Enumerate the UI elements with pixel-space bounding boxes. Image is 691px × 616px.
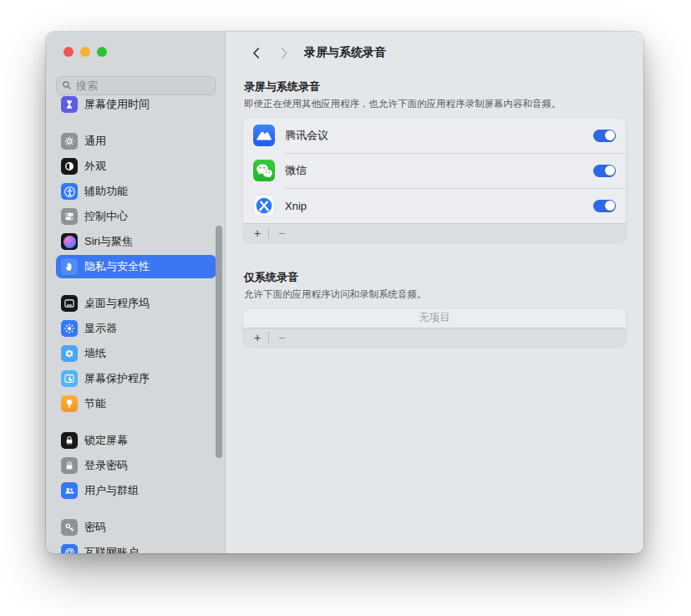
zoom-button[interactable] (97, 47, 107, 57)
close-button[interactable] (64, 47, 74, 57)
search-field[interactable] (56, 76, 216, 95)
sidebar-item-label: 控制中心 (84, 209, 128, 224)
toolbar: 录屏与系统录音 (242, 42, 627, 64)
login-password-lock-icon (61, 457, 78, 474)
sidebar-item-label: Siri与聚焦 (84, 234, 133, 249)
sidebar-item-wallpaper[interactable]: 墙纸 (56, 342, 216, 365)
app-row-tencent-meeting: 腾讯会议 (243, 118, 626, 153)
sidebar-item-screen-saver[interactable]: 屏幕保护程序 (56, 367, 216, 390)
sidebar-item-appearance[interactable]: 外观 (56, 155, 216, 178)
sidebar-item-label: 桌面与程序坞 (84, 296, 150, 311)
search-icon (62, 79, 72, 94)
energy-bulb-icon (61, 395, 78, 412)
sidebar-item-users-groups[interactable]: 用户与群组 (56, 479, 216, 502)
remove-app-button[interactable]: − (275, 332, 288, 344)
at-sign-icon: @ (61, 544, 78, 553)
forward-button[interactable] (275, 43, 293, 62)
sidebar-item-label: 屏幕使用时间 (84, 97, 150, 112)
sidebar-item-label: 密码 (84, 520, 106, 535)
toggle-tencent-meeting[interactable] (593, 130, 616, 142)
siri-icon (61, 233, 78, 250)
sidebar-item-label: 外观 (84, 159, 106, 174)
footer-divider (268, 227, 269, 238)
search-input[interactable] (76, 79, 210, 92)
sidebar-nav: 屏幕使用时间 通用 外观 (46, 95, 225, 553)
screensaver-icon (61, 370, 78, 387)
hourglass-icon (61, 96, 78, 113)
control-center-icon (61, 208, 78, 225)
sidebar-item-siri-spotlight[interactable]: Siri与聚焦 (56, 230, 216, 253)
app-row-xnip: Xnip (243, 188, 626, 223)
system-audio-app-list: 无项目 + − (242, 308, 627, 347)
sidebar-item-privacy-security[interactable]: 隐私与安全性 (56, 255, 216, 278)
accessibility-icon (61, 183, 78, 200)
xnip-icon (253, 195, 275, 216)
sidebar-item-passwords[interactable]: 密码 (56, 516, 216, 539)
add-app-button[interactable]: + (251, 227, 264, 239)
tencent-meeting-icon (253, 125, 275, 146)
sidebar-item-general[interactable]: 通用 (56, 130, 216, 153)
sidebar-item-label: 互联网账户 (84, 545, 139, 553)
sidebar-item-lock-screen[interactable]: 锁定屏幕 (56, 429, 216, 452)
section-title-system-audio: 仅系统录音 (242, 270, 627, 285)
sidebar-item-label: 显示器 (84, 321, 117, 336)
remove-app-button[interactable]: − (275, 227, 288, 239)
app-row-wechat: 微信 (243, 153, 626, 188)
sidebar-item-label: 隐私与安全性 (84, 259, 150, 274)
sidebar-item-displays[interactable]: 显示器 (56, 317, 216, 340)
empty-list-placeholder: 无项目 (243, 308, 626, 328)
system-audio-list-footer: + − (243, 328, 626, 346)
sidebar-item-accessibility[interactable]: 辅助功能 (56, 180, 216, 203)
page-title: 录屏与系统录音 (304, 45, 386, 60)
lock-screen-icon (61, 432, 78, 449)
sidebar: 屏幕使用时间 通用 外观 (46, 32, 226, 553)
sidebar-item-energy-saver[interactable]: 节能 (56, 392, 216, 415)
footer-divider (268, 332, 269, 343)
sidebar-item-internet-accounts[interactable]: @ 互联网账户 (56, 541, 216, 553)
desktop-dock-icon (61, 295, 78, 312)
display-sun-icon (61, 320, 78, 337)
app-name: 微信 (285, 163, 583, 178)
sidebar-item-label: 通用 (84, 134, 106, 149)
sidebar-item-label: 锁定屏幕 (84, 433, 128, 448)
minimize-button[interactable] (80, 47, 90, 57)
content-pane: 录屏与系统录音 录屏与系统录音 即使正在使用其他应用程序，也允许下面的应用程序录… (226, 32, 643, 553)
wechat-icon (253, 160, 275, 181)
appearance-icon (61, 158, 78, 175)
toggle-xnip[interactable] (593, 200, 616, 212)
section-description-system-audio: 允许下面的应用程序访问和录制系统音频。 (242, 288, 627, 301)
system-settings-window: 屏幕使用时间 通用 外观 (46, 32, 643, 553)
wallpaper-flower-icon (61, 345, 78, 362)
sidebar-item-label: 墙纸 (84, 346, 106, 361)
toggle-wechat[interactable] (593, 165, 616, 177)
sidebar-item-label: 辅助功能 (84, 184, 128, 199)
users-groups-icon (61, 482, 78, 499)
gear-icon (61, 133, 78, 150)
sidebar-item-label: 登录密码 (84, 458, 128, 473)
sidebar-item-label: 用户与群组 (84, 483, 139, 498)
sidebar-item-label: 屏幕保护程序 (84, 371, 150, 386)
privacy-hand-icon (61, 258, 78, 275)
screen-recording-list-footer: + − (243, 223, 626, 242)
app-name: Xnip (285, 200, 583, 212)
sidebar-item-control-center[interactable]: 控制中心 (56, 205, 216, 228)
window-controls (46, 32, 225, 57)
add-app-button[interactable]: + (251, 332, 264, 344)
key-icon (61, 519, 78, 536)
app-name: 腾讯会议 (285, 128, 583, 143)
section-description-screen-recording: 即使正在使用其他应用程序，也允许下面的应用程序录制屏幕内容和音频。 (242, 98, 627, 110)
sidebar-scrollbar[interactable] (216, 226, 222, 458)
back-button[interactable] (246, 43, 265, 62)
section-title-screen-recording: 录屏与系统录音 (242, 79, 627, 94)
sidebar-item-label: 节能 (84, 396, 106, 411)
sidebar-item-screen-time[interactable]: 屏幕使用时间 (56, 95, 216, 116)
sidebar-item-desktop-dock[interactable]: 桌面与程序坞 (56, 292, 216, 315)
screen-recording-app-list: 腾讯会议 微信 Xnip + − (242, 117, 627, 242)
sidebar-item-login-password[interactable]: 登录密码 (56, 454, 216, 477)
